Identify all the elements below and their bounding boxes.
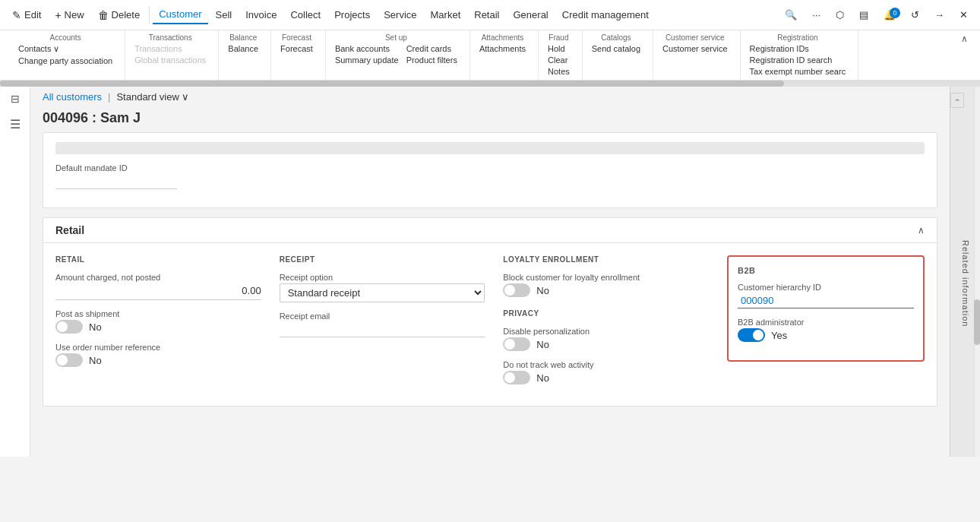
registration-ids-item[interactable]: Registration IDs <box>747 43 849 54</box>
balance-item[interactable]: Balance <box>225 43 261 54</box>
panel-button[interactable]: ▤ <box>853 6 874 24</box>
toggle-knob-4 <box>504 339 515 350</box>
delete-icon: 🗑 <box>98 9 109 21</box>
sell-tab[interactable]: Sell <box>210 6 239 24</box>
fraud-items: Hold Clear Notes <box>545 43 573 77</box>
hamburger-icon[interactable]: ☰ <box>10 117 21 131</box>
ribbon-accounts: Accounts Contacts ∨ Change party associa… <box>9 30 125 80</box>
new-button[interactable]: + New <box>49 6 90 24</box>
section-collapse-icon: ∧ <box>918 225 925 236</box>
transactions-title: Transactions <box>131 33 209 42</box>
projects-tab[interactable]: Projects <box>328 6 376 24</box>
order-number-toggle-row: No <box>55 353 261 367</box>
section-title-retail: Retail <box>55 224 84 236</box>
b2b-admin-toggle[interactable] <box>738 328 765 342</box>
do-not-track-toggle[interactable] <box>503 371 530 384</box>
change-party-item[interactable]: Change party association <box>15 55 115 66</box>
attachments-item[interactable]: Attachments <box>476 43 529 54</box>
ribbon-collapse[interactable]: ∧ <box>958 30 971 80</box>
block-loyalty-field: Block customer for loyalty enrollment No <box>503 273 709 297</box>
right-panel[interactable]: ‹ Related information <box>950 87 980 457</box>
post-shipment-field: Post as shipment No <box>55 309 261 334</box>
vertical-scrollbar[interactable] <box>974 87 980 457</box>
receipt-col-label: RECEIPT <box>280 255 485 264</box>
registration-id-search-item[interactable]: Registration ID search <box>747 55 849 65</box>
close-button[interactable]: ✕ <box>953 6 974 24</box>
filter-bar: All customers | Standard view ∨ <box>30 87 950 107</box>
block-loyalty-toggle-label: No <box>536 285 549 296</box>
invoice-tab[interactable]: Invoice <box>239 6 283 24</box>
registration-item-row: Registration IDs Registration ID search … <box>747 43 849 77</box>
credit-management-tab[interactable]: Credit management <box>556 6 655 24</box>
settings-icon: ⬡ <box>836 9 844 21</box>
sidebar-left: ⊟ ☰ <box>0 87 30 457</box>
receipt-option-label: Receipt option <box>280 273 485 282</box>
notification-badge: 0 <box>890 8 900 18</box>
service-tab[interactable]: Service <box>378 6 422 24</box>
add-icon: + <box>55 9 61 21</box>
customer-tab[interactable]: Customer <box>153 5 207 24</box>
transactions-item[interactable]: Transactions <box>131 43 209 54</box>
toggle-knob-5 <box>504 372 515 383</box>
settings-button[interactable]: ⬡ <box>830 6 850 24</box>
more-button[interactable]: ··· <box>806 6 827 24</box>
receipt-email-input[interactable] <box>280 322 485 337</box>
breadcrumb-separator: | <box>108 91 110 103</box>
global-transactions-item[interactable]: Global transactions <box>131 55 209 65</box>
search-button[interactable]: 🔍 <box>779 6 803 24</box>
bank-accounts-item[interactable]: Bank accounts <box>332 43 402 54</box>
horizontal-scrollbar[interactable] <box>0 81 980 87</box>
send-catalog-item[interactable]: Send catalog <box>589 43 643 54</box>
customer-service-item[interactable]: Customer service <box>659 43 731 54</box>
receipt-option-select[interactable]: Standard receipt <box>280 283 485 302</box>
section-header-retail[interactable]: Retail ∧ <box>43 217 937 243</box>
notification-button[interactable]: 🔔 0 <box>877 6 902 24</box>
order-number-toggle[interactable] <box>55 353 83 367</box>
transactions-items: Transactions Global transactions <box>131 43 209 65</box>
product-filters-item[interactable]: Product filters <box>403 55 460 65</box>
hold-item[interactable]: Hold <box>545 43 573 54</box>
all-customers-link[interactable]: All customers <box>43 91 102 103</box>
filter-icon[interactable]: ⊟ <box>11 93 20 105</box>
tax-exempt-item[interactable]: Tax exempt number searc <box>747 66 849 77</box>
balance-title: Balance <box>225 33 261 42</box>
setup-items: Bank accounts Summary update Credit card… <box>332 43 460 65</box>
collect-tab[interactable]: Collect <box>284 6 327 24</box>
page-title-bar: 004096 : Sam J <box>30 107 950 132</box>
retail-col: RETAIL Amount charged, not posted 0.00 P… <box>55 255 261 394</box>
mandate-input[interactable] <box>55 174 177 189</box>
post-shipment-label: Post as shipment <box>55 309 261 318</box>
refresh-button[interactable]: ↺ <box>905 6 925 24</box>
block-loyalty-toggle[interactable] <box>503 283 530 297</box>
credit-cards-item[interactable]: Credit cards <box>403 43 460 54</box>
post-shipment-toggle[interactable] <box>55 320 83 334</box>
customer-hierarchy-input[interactable] <box>738 293 914 308</box>
toggle-knob <box>57 321 68 332</box>
market-tab[interactable]: Market <box>425 6 467 24</box>
delete-button[interactable]: 🗑 Delete <box>92 6 147 24</box>
clear-item[interactable]: Clear <box>545 55 573 65</box>
forecast-item[interactable]: Forecast <box>277 43 316 54</box>
setup-title: Set up <box>332 33 460 42</box>
forward-button[interactable]: → <box>928 6 950 24</box>
attachments-items: Attachments <box>476 43 529 54</box>
disable-personalization-toggle[interactable] <box>503 337 530 351</box>
registration-items: Registration IDs Registration ID search … <box>747 43 849 77</box>
customer-service-items: Customer service <box>659 43 731 54</box>
retail-tab[interactable]: Retail <box>468 6 505 24</box>
do-not-track-toggle-row: No <box>503 371 709 384</box>
summary-update-item[interactable]: Summary update <box>332 55 402 65</box>
close-icon: ✕ <box>959 9 968 21</box>
toggle-knob-2 <box>57 355 68 365</box>
edit-button[interactable]: ✎ Edit <box>6 6 47 24</box>
main-content: All customers | Standard view ∨ 004096 :… <box>30 87 950 457</box>
mandate-field: Default mandate ID <box>55 163 925 189</box>
customer-service-title: Customer service <box>659 33 731 42</box>
notes-item[interactable]: Notes <box>545 66 573 77</box>
privacy-col-label: PRIVACY <box>503 309 709 318</box>
general-tab[interactable]: General <box>507 6 555 24</box>
standard-view-dropdown[interactable]: Standard view ∨ <box>116 91 188 103</box>
panel-toggle-button[interactable]: ‹ <box>950 93 964 108</box>
disable-personalization-field: Disable personalization No <box>503 327 709 351</box>
contacts-item[interactable]: Contacts ∨ <box>15 43 115 55</box>
